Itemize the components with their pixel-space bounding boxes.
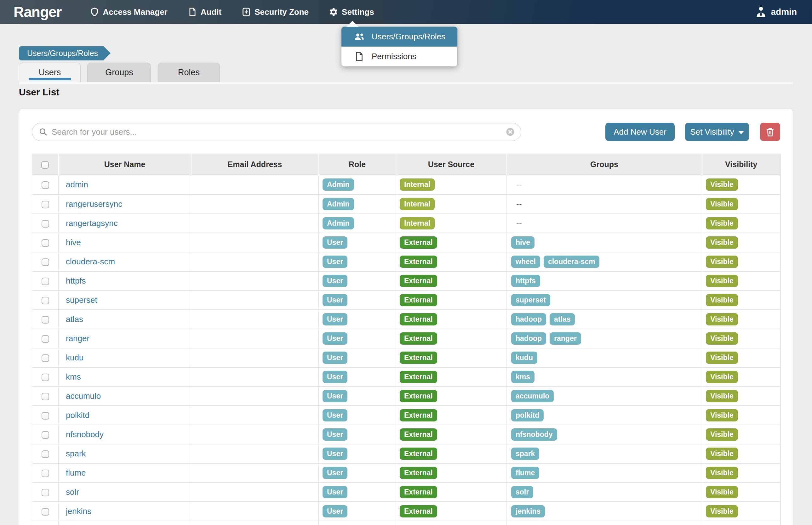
user-name-link[interactable]: superset <box>59 295 97 305</box>
row-checkbox[interactable] <box>42 412 49 420</box>
groups-cell: nfsnobody <box>507 425 702 444</box>
col-header-user-source: User Source <box>396 154 507 175</box>
groups-cell: superset <box>507 290 702 310</box>
email-cell <box>191 214 319 233</box>
user-name-link[interactable]: spark <box>59 449 86 458</box>
menu-item-users-groups-roles[interactable]: Users/Groups/Roles <box>342 27 457 47</box>
visibility-badge: Visible <box>706 275 738 287</box>
user-name-link[interactable]: flume <box>59 468 86 478</box>
group-badge: nfsnobody <box>511 429 557 441</box>
role-badge: User <box>322 486 347 498</box>
row-checkbox[interactable] <box>42 239 49 247</box>
clear-search-icon[interactable] <box>506 127 515 137</box>
user-name-link[interactable]: polkitd <box>59 410 89 420</box>
table-row: kms User External kms Visible <box>32 367 781 387</box>
lightning-icon <box>242 7 251 17</box>
group-badge: wheel <box>511 256 540 268</box>
source-badge: External <box>400 390 437 402</box>
tab-groups[interactable]: Groups <box>87 63 151 82</box>
shield-icon <box>90 7 99 17</box>
row-checkbox[interactable] <box>42 489 49 496</box>
select-all-checkbox[interactable] <box>41 161 49 169</box>
gear-icon <box>329 7 338 17</box>
group-badge: polkitd <box>511 409 543 421</box>
email-cell <box>191 233 319 252</box>
visibility-badge: Visible <box>706 371 738 383</box>
user-name-link[interactable]: cloudera-scm <box>59 257 115 266</box>
row-checkbox[interactable] <box>42 431 49 439</box>
table-row: jenkins User External jenkins Visible <box>32 502 781 521</box>
group-badge: accumulo <box>511 390 554 402</box>
group-badge: hadoop <box>511 313 546 326</box>
row-checkbox[interactable] <box>42 258 49 266</box>
role-badge: Admin <box>322 178 354 191</box>
delete-users-button[interactable] <box>760 123 780 141</box>
row-checkbox[interactable] <box>42 316 49 324</box>
nav-item-settings[interactable]: Settings <box>319 0 384 24</box>
table-row: rangertagsync Admin Internal -- Visible <box>32 214 781 233</box>
user-name-link[interactable]: rangertagsync <box>59 219 118 228</box>
set-visibility-button[interactable]: Set Visibility <box>685 123 749 141</box>
role-badge: User <box>322 371 347 383</box>
row-checkbox[interactable] <box>42 393 49 400</box>
email-cell <box>191 502 319 521</box>
email-cell <box>191 329 319 348</box>
group-badge: kudu <box>511 351 537 364</box>
row-checkbox[interactable] <box>42 470 49 477</box>
add-new-user-button[interactable]: Add New User <box>605 123 675 141</box>
user-name-link[interactable]: hive <box>59 238 81 247</box>
breadcrumb[interactable]: Users/Groups/Roles <box>19 46 104 60</box>
nav-item-label: Settings <box>342 7 374 17</box>
email-cell <box>191 271 319 290</box>
document-icon <box>188 7 197 17</box>
nav-item-audit[interactable]: Audit <box>178 0 232 24</box>
user-menu[interactable]: admin <box>755 0 797 24</box>
groups-cell: -- <box>507 214 702 233</box>
row-checkbox[interactable] <box>42 278 49 285</box>
nav-item-access-manager[interactable]: Access Manager <box>80 0 177 24</box>
menu-item-permissions[interactable]: Permissions <box>342 47 457 66</box>
top-navbar: Ranger Access Manager Audit Security Zon… <box>0 0 812 24</box>
email-cell <box>191 195 319 214</box>
row-checkbox[interactable] <box>42 297 49 304</box>
row-checkbox[interactable] <box>42 355 49 362</box>
table-row: spark User External spark Visible <box>32 444 781 463</box>
visibility-badge: Visible <box>706 448 738 460</box>
group-badge: atlas <box>550 313 575 326</box>
search-input[interactable] <box>32 123 521 141</box>
user-name-link[interactable]: kms <box>59 372 81 381</box>
user-name-link[interactable]: nfsnobody <box>59 430 104 439</box>
user-name-link[interactable]: jenkins <box>59 507 91 516</box>
source-badge: External <box>400 275 437 287</box>
user-name-link[interactable]: solr <box>59 487 79 497</box>
row-checkbox[interactable] <box>42 181 49 189</box>
row-checkbox[interactable] <box>42 201 49 208</box>
no-groups-placeholder: -- <box>511 199 522 208</box>
user-name-link[interactable]: ranger <box>59 334 89 343</box>
user-name-link[interactable]: admin <box>59 180 88 189</box>
user-name-link[interactable]: kudu <box>59 353 84 362</box>
user-name-link[interactable]: accumulo <box>59 391 101 401</box>
table-row: accumulo User External accumulo Visible <box>32 387 781 406</box>
row-checkbox[interactable] <box>42 508 49 515</box>
role-badge: User <box>322 409 347 421</box>
ranger-logo[interactable]: Ranger <box>14 3 61 20</box>
col-header-role: Role <box>319 154 396 175</box>
row-checkbox[interactable] <box>42 220 49 228</box>
nav-item-security-zone[interactable]: Security Zone <box>232 0 319 24</box>
user-icon <box>755 6 767 18</box>
tab-roles[interactable]: Roles <box>158 63 220 82</box>
row-checkbox[interactable] <box>42 374 49 381</box>
user-name-link[interactable]: httpfs <box>59 276 86 285</box>
email-cell <box>191 290 319 310</box>
groups-cell: solr <box>507 482 702 502</box>
source-badge: Internal <box>400 217 435 229</box>
user-name-link[interactable]: rangerusersync <box>59 199 122 209</box>
email-cell <box>191 252 319 271</box>
tab-users[interactable]: Users <box>19 63 81 82</box>
email-cell <box>191 425 319 444</box>
user-name-link[interactable]: atlas <box>59 314 83 324</box>
row-checkbox[interactable] <box>42 450 49 458</box>
groups-cell: hadoopatlas <box>507 310 702 329</box>
row-checkbox[interactable] <box>42 335 49 343</box>
